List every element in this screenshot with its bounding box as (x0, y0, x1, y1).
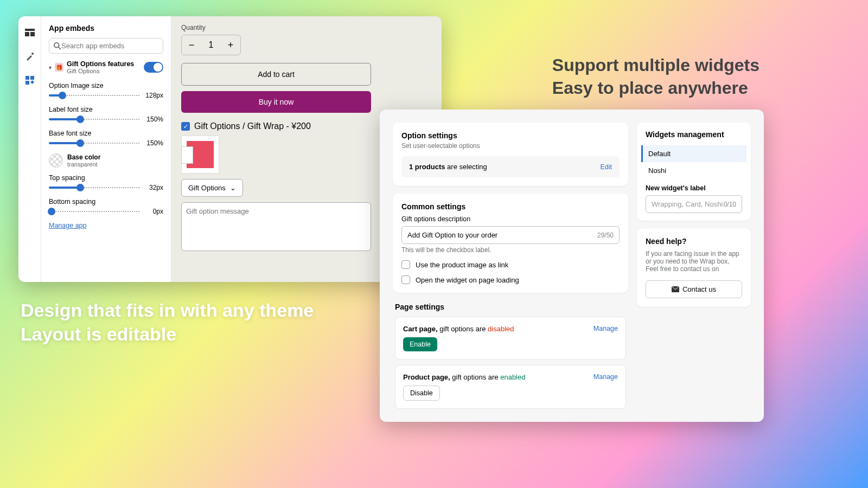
quantity-label: Quantity (181, 24, 432, 31)
contact-us-button[interactable]: Contact us (646, 280, 742, 298)
svg-rect-2 (30, 32, 35, 36)
checkbox-product-image-link[interactable]: Use the product image as link (401, 260, 620, 269)
card-title: Common settings (401, 202, 620, 211)
slider-label-font[interactable] (49, 119, 139, 120)
product-page-row: Product page, gift options are enabled D… (395, 365, 626, 409)
card-title: Need help? (646, 237, 742, 246)
enable-button[interactable]: Enable (403, 337, 437, 351)
widgets-management-card: Widgets management Default Noshi New wid… (637, 123, 751, 221)
cart-page-row: Cart page, gift options are disabled Ena… (395, 317, 626, 359)
svg-rect-5 (30, 76, 34, 80)
search-icon (54, 42, 61, 50)
svg-rect-1 (25, 32, 29, 36)
slider-label: Label font size (49, 106, 163, 113)
chevron-down-icon: ⌄ (230, 184, 236, 192)
svg-rect-4 (25, 76, 29, 80)
add-to-cart-button[interactable]: Add to cart (181, 63, 371, 86)
slider-image-size[interactable] (49, 95, 139, 96)
sidebar-title: App embeds (49, 24, 163, 33)
products-selecting-row: 1 products are selecting Edit (401, 156, 620, 177)
slider-top-spacing[interactable] (49, 187, 139, 188)
gift-option-image[interactable] (181, 136, 219, 174)
marketing-caption-left: Design that fits in with any theme Layou… (21, 298, 314, 346)
card-subtitle: Set user-selectable options (401, 142, 620, 150)
gift-options-select[interactable]: Gift Options ⌄ (181, 179, 243, 197)
feature-toggle-row[interactable]: ▾ 🎁 Gift Options features Gift Options (49, 60, 163, 74)
slider-label: Bottom spacing (49, 198, 163, 206)
buy-now-button[interactable]: Buy it now (181, 91, 371, 113)
slider-label: Base font size (49, 130, 163, 137)
page-settings-card: Page settings Cart page, gift options ar… (393, 300, 628, 409)
manage-app-link[interactable]: Manage app (49, 222, 87, 229)
feature-toggle[interactable] (144, 62, 163, 73)
field-label: Gift options description (401, 215, 620, 223)
svg-rect-6 (25, 81, 29, 85)
app-icon: 🎁 (55, 63, 63, 72)
gift-message-textarea[interactable] (181, 202, 371, 251)
feature-subtitle: Gift Options (67, 68, 141, 74)
svg-point-3 (31, 53, 34, 55)
app-embeds-icon[interactable] (24, 75, 35, 86)
chevron-down-icon: ▾ (49, 65, 52, 70)
marketing-caption-right: Support multiple widgets Easy to place a… (552, 54, 760, 99)
mail-icon (672, 286, 679, 292)
card-title: Page settings (395, 303, 626, 311)
edit-link[interactable]: Edit (600, 163, 612, 171)
qty-value: 1 (201, 40, 221, 50)
app-settings-panel: Option settings Set user-selectable opti… (380, 110, 764, 422)
char-count: 0/10 (724, 201, 736, 208)
new-widget-input[interactable]: Wrapping, Card, Noshi 0/10 (646, 195, 742, 213)
help-text: If you are facing issue in the app or yo… (646, 250, 742, 273)
description-input[interactable]: Add Gift Option to your order 29/50 (401, 226, 620, 244)
widget-item-default[interactable]: Default (641, 145, 746, 162)
slider-label: Top spacing (49, 174, 163, 182)
card-title: Widgets management (641, 130, 746, 143)
app-embeds-sidebar: App embeds ▾ 🎁 Gift Options features Gif… (41, 16, 171, 282)
disable-button[interactable]: Disable (403, 386, 440, 401)
search-input[interactable] (61, 42, 158, 50)
svg-line-8 (59, 47, 61, 49)
sections-icon[interactable] (24, 27, 35, 38)
option-settings-card: Option settings Set user-selectable opti… (393, 123, 628, 186)
checkbox-open-on-load[interactable]: Open the widget on page loading (401, 275, 620, 284)
theme-settings-icon[interactable] (24, 51, 35, 62)
manage-link[interactable]: Manage (593, 325, 618, 332)
checkbox-checked-icon: ✓ (181, 122, 190, 131)
base-color-row[interactable]: Base colortransparent (49, 153, 163, 168)
slider-label: Option Image size (49, 82, 163, 89)
common-settings-card: Common settings Gift options description… (393, 194, 628, 293)
char-count: 29/50 (597, 232, 614, 239)
widget-item-noshi[interactable]: Noshi (641, 162, 746, 179)
feature-title: Gift Options features (67, 60, 141, 68)
qty-minus-button[interactable]: − (182, 35, 201, 55)
manage-link[interactable]: Manage (593, 373, 618, 381)
new-widget-label: New widget's label (646, 184, 742, 192)
slider-bottom-spacing[interactable] (49, 211, 139, 212)
quantity-stepper: − 1 + (181, 35, 241, 55)
color-swatch (49, 153, 63, 168)
theme-editor-panel: App embeds ▾ 🎁 Gift Options features Gif… (18, 16, 442, 282)
field-help: This will be the checkbox label. (401, 246, 620, 254)
card-title: Option settings (401, 131, 620, 140)
search-input-wrap[interactable] (49, 38, 163, 54)
slider-base-font[interactable] (49, 143, 139, 144)
qty-plus-button[interactable]: + (221, 35, 240, 55)
svg-rect-0 (25, 29, 35, 31)
gift-wrap-label: Gift Options / Gift Wrap - ¥200 (194, 121, 311, 131)
editor-icon-rail (18, 16, 41, 282)
svg-point-7 (54, 42, 59, 47)
need-help-card: Need help? If you are facing issue in th… (637, 228, 751, 307)
